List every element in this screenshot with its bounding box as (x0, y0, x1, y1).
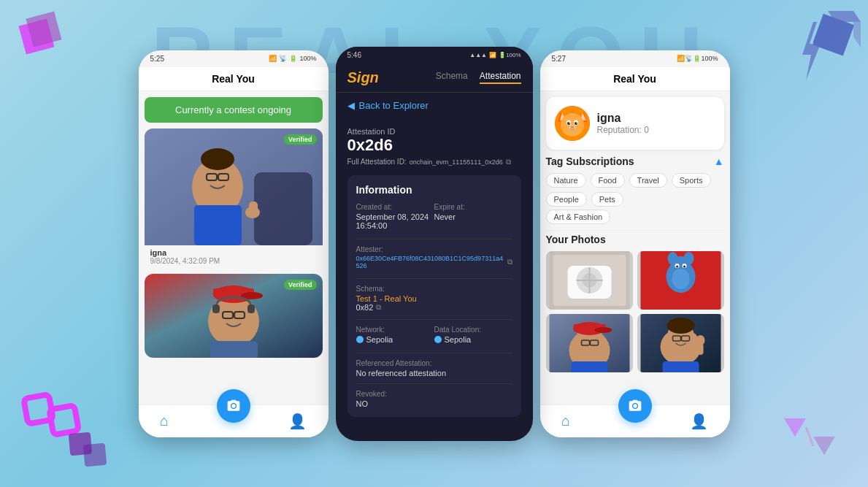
right-camera-fab[interactable] (618, 389, 652, 423)
back-arrow-icon: ◀ (347, 100, 355, 111)
left-status-bar: 5:25 📶 📡 🔋 100% (139, 50, 329, 67)
network-dot (356, 336, 364, 343)
photo-thumb-4[interactable] (637, 314, 724, 372)
svg-rect-33 (210, 341, 258, 358)
svg-rect-14 (254, 172, 312, 245)
photo-card-2: Verified (145, 274, 323, 358)
svg-point-47 (576, 122, 577, 123)
center-nav-bar: Sign Schema Attestation (336, 64, 533, 93)
photos-grid (546, 251, 724, 372)
svg-point-66 (672, 269, 689, 289)
created-value: September 08, 2024 16:54:00 (356, 212, 434, 230)
center-tabs: Schema Attestation (436, 71, 521, 84)
data-location-value: Sepolia (434, 335, 512, 344)
your-photos-section: Your Photos (540, 234, 730, 372)
svg-point-60 (667, 252, 677, 265)
info-row-network: Network: Sepolia Data Location: Sepolia (356, 326, 512, 344)
copy-icon-full-id[interactable]: ⧉ (506, 158, 511, 166)
center-phone: 5:46 ▲▲▲ 📶 🔋100% Sign Schema Attestation… (336, 47, 533, 441)
data-location-label: Data Location: (434, 326, 512, 334)
left-status-time: 5:25 (150, 55, 164, 63)
svg-point-86 (696, 335, 704, 345)
ref-attestation-section: Referenced Attestation: No referenced at… (356, 359, 512, 377)
copy-icon-schema[interactable]: ⧉ (376, 303, 381, 312)
svg-rect-18 (194, 205, 242, 245)
attestation-content: Attestation ID 0x2d6 Full Attestation ID… (336, 118, 533, 426)
ref-attestation-value: No referenced attestation (356, 369, 512, 377)
tag-section-title: Tag Subscriptions (546, 156, 634, 167)
svg-rect-34 (212, 304, 220, 313)
svg-point-41 (561, 113, 584, 137)
svg-point-45 (575, 122, 577, 125)
info-box: Information Created at: September 08, 20… (347, 175, 521, 417)
network-value: Sepolia (356, 335, 434, 344)
center-status-time: 5:46 (347, 51, 361, 59)
back-to-explorer[interactable]: ◀ Back to Explorer (336, 93, 533, 118)
schema-id: 0x82 (356, 303, 374, 312)
your-photos-title: Your Photos (546, 234, 724, 245)
separator-3 (356, 319, 512, 320)
tag-pets[interactable]: Pets (591, 192, 623, 207)
tags-row-2: Art & Fashion (546, 210, 724, 224)
right-nav-profile[interactable]: 👤 (690, 413, 708, 430)
profile-section: igna Reputation: 0 (546, 97, 724, 150)
verified-badge-1: Verified (284, 134, 317, 145)
attestation-id: 0x2d6 (347, 136, 521, 155)
photo-username-1: igna (150, 248, 317, 257)
info-col-data-location: Data Location: Sepolia (434, 326, 512, 344)
tag-nature[interactable]: Nature (546, 173, 586, 188)
copy-icon-attester[interactable]: ⧉ (507, 258, 512, 266)
svg-rect-20 (249, 202, 258, 216)
left-nav-profile[interactable]: 👤 (288, 413, 307, 430)
full-id-label: Full Attestation ID: (347, 158, 407, 166)
svg-point-17 (201, 148, 234, 170)
schema-name: Test 1 - Real You (356, 294, 512, 303)
schema-label: Schema: (356, 285, 512, 293)
left-nav-home[interactable]: ⌂ (160, 413, 169, 429)
tab-schema[interactable]: Schema (436, 71, 468, 84)
separator-1 (356, 239, 512, 239)
photo-thumb-3[interactable] (546, 314, 633, 372)
left-phone: 5:25 📶 📡 🔋 100% Real You Currently a con… (139, 50, 329, 437)
right-phone-title: Real You (613, 73, 656, 85)
section-separator (546, 230, 724, 231)
svg-point-61 (683, 252, 694, 265)
svg-rect-84 (662, 361, 699, 372)
full-attestation-id: Full Attestation ID: onchain_evm_1115511… (347, 158, 521, 166)
tab-attestation[interactable]: Attestation (480, 71, 521, 84)
main-photo-image-1 (145, 129, 323, 245)
ref-attestation-label: Referenced Attestation: (356, 359, 512, 367)
attester-value: 0x66E30Ce4FB76f08C431080B1C1C95d97311a45… (356, 255, 504, 269)
expire-value: Never (434, 212, 512, 221)
attester-label: Attester: (356, 245, 512, 253)
chevron-up-icon[interactable]: ▲ (714, 156, 724, 167)
svg-point-64 (676, 265, 678, 267)
tag-sports[interactable]: Sports (672, 173, 711, 188)
tag-art-fashion[interactable]: Art & Fashion (546, 210, 611, 224)
expire-label: Expire at: (434, 203, 512, 211)
right-phone: 5:27 📶📡🔋100% Real You (540, 50, 730, 437)
profile-reputation: Reputation: 0 (597, 125, 649, 135)
tag-people[interactable]: People (546, 192, 587, 207)
attester-value-row: 0x66E30Ce4FB76f08C431080B1C1C95d97311a45… (356, 255, 512, 269)
verified-badge-2: Verified (284, 280, 317, 290)
revoked-section: Revoked: NO (356, 390, 512, 408)
photo-thumb-1[interactable] (546, 251, 633, 310)
svg-point-65 (683, 265, 685, 267)
schema-id-row: 0x82 ⧉ (356, 303, 512, 312)
info-row-dates: Created at: September 08, 2024 16:54:00 … (356, 203, 512, 230)
tags-row-1: Nature Food Travel Sports People Pets (546, 173, 724, 207)
tag-subscriptions-section: Tag Subscriptions ▲ Nature Food Travel S… (540, 156, 730, 224)
tag-food[interactable]: Food (591, 173, 625, 188)
contest-banner[interactable]: Currently a contest ongoing (145, 97, 323, 123)
right-nav-home[interactable]: ⌂ (561, 413, 570, 429)
tag-travel[interactable]: Travel (629, 173, 667, 188)
right-phone-header: Real You (540, 67, 730, 91)
photo-thumb-2[interactable] (637, 251, 724, 310)
left-camera-fab[interactable] (217, 389, 250, 423)
profile-info: igna Reputation: 0 (597, 112, 649, 135)
separator-4 (356, 353, 512, 353)
right-status-bar: 5:27 📶📡🔋100% (540, 50, 730, 67)
center-status-bar: 5:46 ▲▲▲ 📶 🔋100% (336, 47, 533, 64)
info-title: Information (356, 184, 512, 196)
